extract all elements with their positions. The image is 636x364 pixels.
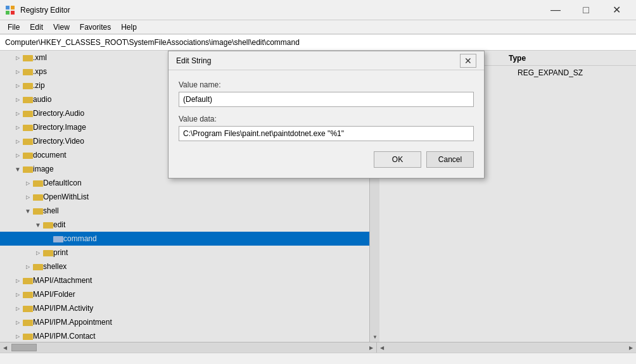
status-bar: [0, 353, 636, 364]
window-title: Registry Editor: [20, 6, 541, 15]
menu-bar: File Edit View Favorites Help: [0, 20, 636, 34]
maximize-button[interactable]: □: [571, 0, 601, 20]
title-bar: Registry Editor — □ ✕: [0, 0, 636, 20]
svg-rect-3: [11, 11, 15, 15]
dialog-body: Value name: Value data: OK Cancel: [169, 70, 484, 178]
menu-view[interactable]: View: [48, 22, 75, 33]
modal-overlay: Edit String ✕ Value name: Value data: OK…: [0, 51, 636, 353]
svg-rect-2: [6, 11, 10, 15]
menu-help[interactable]: Help: [116, 22, 142, 33]
menu-edit[interactable]: Edit: [25, 22, 48, 33]
ok-button[interactable]: OK: [374, 151, 421, 168]
value-data-label: Value data:: [179, 115, 474, 123]
cancel-button[interactable]: Cancel: [426, 151, 474, 168]
dialog-title: Edit String: [176, 56, 460, 65]
value-data-input[interactable]: [179, 126, 474, 141]
dialog-buttons: OK Cancel: [179, 151, 474, 168]
close-button[interactable]: ✕: [602, 0, 631, 20]
window-controls: — □ ✕: [541, 0, 631, 20]
app-icon: [5, 5, 15, 15]
value-name-input[interactable]: [179, 92, 474, 107]
edit-string-dialog: Edit String ✕ Value name: Value data: OK…: [168, 51, 485, 179]
menu-file[interactable]: File: [3, 22, 25, 33]
address-path: Computer\HKEY_CLASSES_ROOT\SystemFileAss…: [5, 38, 300, 47]
dialog-title-bar: Edit String ✕: [169, 51, 484, 70]
minimize-button[interactable]: —: [541, 0, 570, 20]
value-name-label: Value name:: [179, 80, 474, 89]
svg-rect-1: [11, 6, 15, 9]
dialog-close-button[interactable]: ✕: [460, 54, 476, 68]
menu-favorites[interactable]: Favorites: [75, 22, 116, 33]
address-bar: Computer\HKEY_CLASSES_ROOT\SystemFileAss…: [0, 34, 636, 51]
main-content: ▷ .xml ▷ .xps ▷ .zip ▷: [0, 51, 636, 353]
svg-rect-0: [6, 6, 10, 9]
